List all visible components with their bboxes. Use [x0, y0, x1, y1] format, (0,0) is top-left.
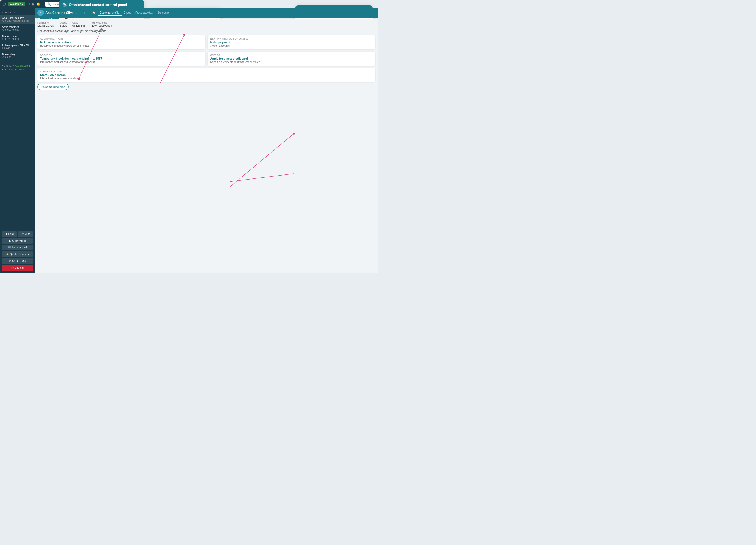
sidebar-ana-time: ⏱ 01:43 · Connected call [2, 20, 33, 22]
its-something-else-main[interactable]: It's something else [37, 84, 69, 90]
tab-fraud[interactable]: Fraud activity... [133, 10, 134, 16]
sidebar-sofia-time: ⏱ 00:53 / 00:07 [2, 29, 33, 31]
tab-cases[interactable]: Cases [122, 10, 133, 16]
meta-ivr-label: IVR Response [91, 21, 112, 24]
card-sms-desc: Interact with customers via SMS [40, 77, 134, 80]
grid-icon[interactable]: ⊞ [32, 2, 35, 6]
info-cards-grid: Accommodations Make new reservation Rese… [37, 35, 134, 66]
info-card-accommodation[interactable]: Accommodations Make new reservation Rese… [37, 35, 134, 49]
meta-fullname: Maria Garcia [37, 24, 54, 27]
omnichannel-title: Omnichannel contact control panel [69, 3, 127, 7]
contact-header-name: Ana Caroline Silva [45, 11, 73, 15]
sidebar-sofia-name: Sofia Martinez [2, 26, 33, 29]
card-sms-title: Start SMS session [40, 73, 134, 76]
card-security-desc: Information and actions related to this … [40, 61, 134, 64]
info-card-sms[interactable]: Communications Start SMS session Interac… [37, 68, 134, 82]
contact-header-time: ⏱ 01:43 [76, 11, 86, 14]
contact-nav-header: A Ana Caroline Silva ⏱ 01:43 🏠 Customer … [35, 8, 134, 18]
status-available[interactable]: Available▾ [8, 2, 25, 6]
card-security-title: Temporary block debit card ending in ...… [40, 57, 134, 60]
sidebar-contact-ana[interactable]: Ana Caroline Silva ⏱ 01:43 · Connected c… [0, 15, 35, 24]
sidebar-contact-mary[interactable]: Major Mary ⏱ 00:09 [0, 51, 35, 60]
sidebar-contact-sofia[interactable]: Sofia Martinez ⏱ 00:53 / 00:07 [0, 24, 35, 33]
meta-queue-label: Queue [60, 21, 67, 24]
sidebar-nikki-name: Follow up with Nikki W. [2, 44, 33, 47]
bell-icon[interactable]: 🔔 [36, 2, 40, 6]
sidebar-contact-nikki[interactable]: Follow up with Nikki W. || 06:43 [0, 42, 35, 51]
card-accommodation-cat: Accommodations [40, 37, 134, 40]
sidebar-mary-time: ⏱ 00:09 [2, 56, 33, 59]
card-sms-cat: Communications [40, 70, 134, 73]
card-accommodation-desc: Reservations usually takes 10-15 minutes… [40, 44, 134, 47]
meta-queue: Sales [60, 24, 67, 27]
contact-avatar: A [37, 10, 44, 16]
sidebar-ana-name: Ana Caroline Silva [2, 17, 33, 20]
omnichannel-icon: 📡 [63, 3, 67, 7]
sidebar-maria-name: Maria Garcia [2, 35, 33, 38]
meta-case: 08126345 [72, 24, 85, 27]
sidebar-maria-time: ⏱ 01:29 / 00:14 [2, 38, 33, 40]
meta-fullname-label: Full name [37, 21, 54, 24]
meta-ivr: New reservation [91, 24, 112, 27]
app-content: Full name Maria Garcia Queue Sales Case … [35, 19, 134, 120]
sidebar-contact-maria[interactable]: Maria Garcia ⏱ 01:29 / 00:14 [0, 33, 35, 42]
sidebar-mary-name: Major Mary [2, 53, 33, 56]
card-security-cat: Security [40, 54, 134, 56]
tab-customer-profile[interactable]: Customer profile [98, 10, 121, 16]
card-accommodation-title: Make new reservation [40, 41, 134, 44]
meta-case-label: Case [72, 21, 85, 24]
tab-home[interactable]: 🏠 [90, 10, 98, 16]
search-icon-app: 🔍 [47, 2, 51, 6]
callback-text: Call back via Mobile App. Ana might be c… [37, 29, 134, 33]
app-logo: ⬡ [3, 2, 6, 6]
sidebar-nikki-time: || 06:43 [2, 47, 33, 49]
plus-icon[interactable]: + [29, 2, 30, 6]
app-sidebar: Contacts Ana Caroline Silva ⏱ 01:43 · Co… [0, 8, 35, 120]
info-card-security[interactable]: Security Temporary block debit card endi… [37, 52, 134, 66]
